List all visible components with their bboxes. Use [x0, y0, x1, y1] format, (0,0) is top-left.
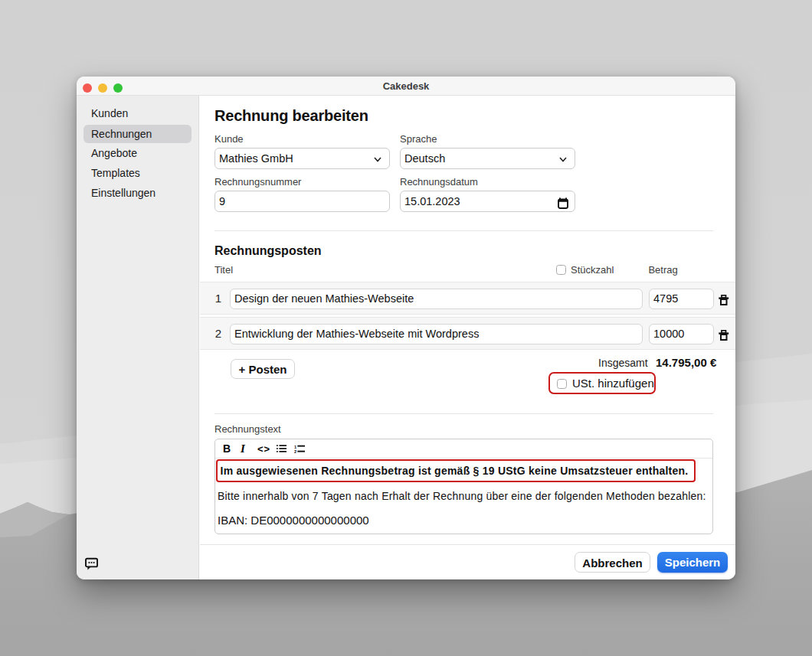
svg-text:2: 2: [294, 449, 296, 453]
svg-text:1: 1: [294, 444, 296, 449]
